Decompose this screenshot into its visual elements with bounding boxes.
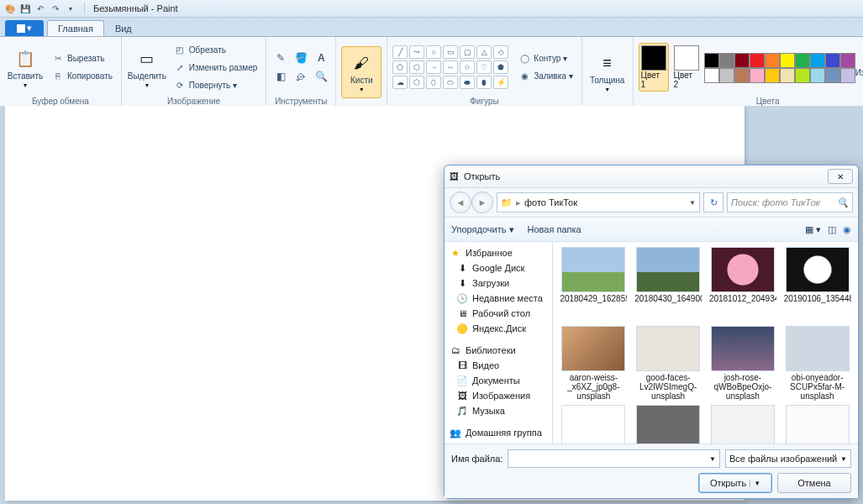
organize-button[interactable]: Упорядочить ▾ [451,224,514,235]
tree-item[interactable]: 🎵Музыка [445,403,552,418]
tree-item[interactable]: 🕓Недавние места [445,291,552,306]
library-icon: 🗂 [450,344,461,356]
color-swatch[interactable] [734,53,750,68]
color-swatch[interactable] [719,68,734,83]
filename-input[interactable]: ▼ [508,449,720,468]
file-item[interactable]: Screenshot_20210 [781,405,853,444]
tree-item[interactable]: 📄Документы [445,373,552,388]
new-folder-button[interactable]: Новая папка [528,224,581,235]
tree-favorites[interactable]: ★Избранное [445,245,552,260]
fill-button[interactable]: ◉Заливка ▾ [515,68,576,85]
cancel-button[interactable]: Отмена [777,473,851,493]
color-swatch[interactable] [765,53,780,68]
color-swatch[interactable] [825,68,840,83]
file-item[interactable]: good-faces-Lv2IWSImegQ-unsplash [633,326,704,402]
color-swatch[interactable] [750,68,765,83]
color-swatch[interactable] [825,53,840,68]
open-button[interactable]: Открыть▼ [698,473,772,493]
color-swatch[interactable] [719,53,734,68]
search-input[interactable]: Поиск: фото ТикТок 🔍 [727,192,853,213]
refresh-button[interactable]: ↻ [703,192,724,213]
brushes-button[interactable]: 🖌 Кисти ▼ [341,46,382,98]
nav-row: ◄ ► 📁 ▸ фото ТикТок ▼ ↻ Поиск: фото ТикТ… [445,188,858,218]
file-tab[interactable]: ▾ [5,20,44,36]
tab-view[interactable]: Вид [104,20,143,36]
text-tool[interactable]: A [312,50,330,66]
tree-item[interactable]: ⬇Google Диск [445,260,552,276]
file-item[interactable]: 20181012_204934 [708,247,779,323]
color-swatch[interactable] [704,53,719,68]
pencil-tool[interactable]: ✎ [271,50,290,66]
crop-button[interactable]: ◰Обрезать [171,41,260,58]
color-swatch[interactable] [840,68,855,83]
crop-label: Обрезать [189,45,226,55]
tree-homegroup[interactable]: 👥Домашняя группа [445,425,552,440]
help-button[interactable]: ◉ [843,224,851,235]
color-swatch[interactable] [840,53,855,68]
picker-tool[interactable]: ⌮ [292,68,310,85]
file-item[interactable]: Screenshot_20210 [633,405,704,444]
eraser-tool[interactable]: ◧ [271,68,290,85]
color-swatch[interactable] [810,53,825,68]
zoom-tool[interactable]: 🔍 [312,68,330,85]
tree-item[interactable]: 🖼Изображения [445,388,552,403]
outline-button[interactable]: ◯Контур ▾ [515,50,576,67]
file-item[interactable]: 20180430_164900 [633,247,704,323]
view-button[interactable]: ▦ ▾ [805,224,821,235]
color-swatch[interactable] [795,53,810,68]
color-swatch[interactable] [780,53,795,68]
forward-button[interactable]: ► [471,192,493,213]
tree-item[interactable]: ⬇Загрузки [445,276,552,291]
file-item[interactable]: aaron-weiss-_x6XZ_jp0g8-unsplash [558,326,629,402]
tree-item[interactable]: 🟡Яндекс.Диск [445,321,552,336]
fill-label: Заливка ▾ [534,71,572,81]
crop-icon: ◰ [174,44,186,55]
edit-colors-button[interactable]: Изменение цветов [857,41,863,93]
file-item[interactable]: 20180429_162859 [558,247,629,323]
resize-button[interactable]: ⤢Изменить размер [171,59,260,76]
select-button[interactable]: ▭ Выделить ▼ [127,41,167,93]
color-swatch[interactable] [795,68,810,83]
thumbnail [786,326,850,371]
tree-libraries[interactable]: 🗂Библиотеки [445,343,552,358]
undo-icon[interactable]: ↶ [34,2,47,15]
paste-button[interactable]: 📋 Вставить ▼ [5,41,45,93]
homegroup-icon: 👥 [450,427,461,438]
color-swatch[interactable] [765,68,780,83]
file-item[interactable]: 20190106_135448 [781,247,853,323]
save-icon[interactable]: 💾 [18,2,32,15]
fill-tool[interactable]: 🪣 [292,50,310,66]
color1-button[interactable]: Цвет 1 [639,43,669,92]
color-swatch[interactable] [780,68,795,83]
thumbnail [636,405,700,444]
color-swatch[interactable] [810,68,825,83]
file-item[interactable]: obi-onyeador-SCUPx5far-M-unsplash [781,326,853,402]
tree-item[interactable]: 🖥Рабочий стол [445,306,552,321]
color-swatch[interactable] [704,68,719,83]
file-item[interactable]: josh-rose-qWBoBpeOxjo-unsplash [708,326,779,402]
breadcrumb[interactable]: 📁 ▸ фото ТикТок ▼ [497,192,700,213]
size-button[interactable]: ≡ Толщина ▼ [587,46,628,98]
back-button[interactable]: ◄ [450,192,471,213]
file-item[interactable]: olivier-bergeron- [558,405,629,444]
tab-home[interactable]: Главная [47,20,104,36]
color-swatch[interactable] [750,53,765,68]
close-button[interactable]: ✕ [828,169,853,184]
thumbnail [561,326,625,371]
rotate-button[interactable]: ⟳Повернуть ▾ [171,76,260,93]
color-swatch[interactable] [734,68,750,83]
preview-pane-button[interactable]: ◫ [828,224,836,235]
tree-item[interactable]: 🎞Видео [445,358,552,373]
cut-button[interactable]: ✂Вырезать [49,50,116,67]
group-shapes: ╱⤳○▭▢△◇ ⬠⬡→↔☆♡⬟ ☁⬡⬯⬭⬬⬮⚡ ◯Контур ▾ ◉Залив… [387,37,581,108]
filter-combo[interactable]: Все файлы изображений▼ [725,449,851,468]
file-item[interactable]: Screenshot_20210 [708,405,779,444]
qat-dropdown-icon[interactable]: ▼ [64,2,77,15]
color-palette[interactable] [704,53,854,81]
copy-button[interactable]: ⎘Копировать [49,68,116,85]
file-name: josh-rose-qWBoBpeOxjo-unsplash [709,373,776,401]
filename-label: Имя файла: [451,454,503,464]
shapes-gallery[interactable]: ╱⤳○▭▢△◇ ⬠⬡→↔☆♡⬟ ☁⬡⬯⬭⬬⬮⚡ [392,45,508,89]
redo-icon[interactable]: ↷ [49,2,62,15]
color2-button[interactable]: Цвет 2 [672,44,701,91]
